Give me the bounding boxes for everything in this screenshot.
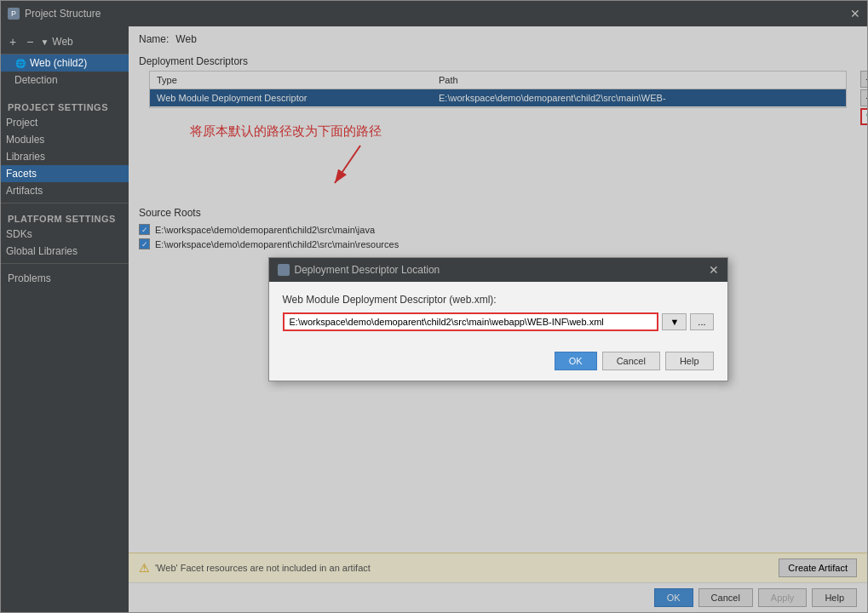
dialog-input-row: ▼ ... — [283, 312, 714, 331]
divider2 — [1, 263, 129, 264]
libraries-label: Libraries — [6, 151, 45, 163]
descriptor-dropdown-button[interactable]: ▼ — [662, 313, 687, 330]
detection-node[interactable]: Detection — [1, 72, 129, 89]
dialog-title-bar: Deployment Descriptor Location ✕ — [269, 258, 727, 282]
artifacts-label: Artifacts — [6, 185, 43, 197]
sdks-label: SDKs — [6, 228, 32, 240]
deployment-descriptor-dialog: Deployment Descriptor Location ✕ Web Mod… — [268, 257, 728, 381]
web-child-icon: 🌐 — [14, 57, 26, 69]
window-title: Project Structure — [25, 8, 101, 20]
web-child2-node[interactable]: 🌐 Web (child2) — [1, 54, 129, 72]
content-area: Name: Web Deployment Descriptors Type Pa… — [129, 26, 867, 612]
global-libraries-label: Global Libraries — [6, 245, 78, 257]
spacer — [1, 89, 129, 95]
dialog-close-button[interactable]: ✕ — [709, 263, 719, 277]
sidebar-item-project[interactable]: Project — [1, 114, 129, 131]
window-icon: P — [8, 8, 20, 20]
sidebar-item-sdks[interactable]: SDKs — [1, 226, 129, 243]
project-settings-label: Project Settings — [1, 95, 129, 114]
dialog-footer: OK Cancel Help — [269, 343, 727, 381]
detection-label: Detection — [14, 74, 58, 86]
facets-label: Facets — [6, 168, 37, 180]
dialog-title: Deployment Descriptor Location — [295, 264, 440, 276]
add-button[interactable]: + — [6, 33, 20, 50]
sidebar-item-artifacts[interactable]: Artifacts — [1, 182, 129, 199]
web-tree-label[interactable]: Web — [52, 36, 72, 48]
sidebar-item-facets[interactable]: Facets — [1, 165, 129, 182]
dialog-overlay: Deployment Descriptor Location ✕ Web Mod… — [129, 26, 867, 612]
main-area: + − ▼ Web 🌐 Web (child2) Detection Proje… — [1, 26, 867, 612]
sidebar-item-global-libraries[interactable]: Global Libraries — [1, 243, 129, 260]
title-bar-left: P Project Structure — [8, 8, 101, 20]
project-label: Project — [6, 117, 37, 129]
dialog-cancel-button[interactable]: Cancel — [602, 352, 660, 370]
platform-settings-label: Platform Settings — [1, 207, 129, 226]
sidebar-item-problems[interactable]: Problems — [1, 267, 129, 289]
remove-button[interactable]: − — [23, 33, 37, 50]
divider — [1, 203, 129, 203]
tree-arrow: ▼ — [40, 37, 49, 47]
dialog-label: Web Module Deployment Descriptor (web.xm… — [283, 294, 714, 306]
title-bar: P Project Structure ✕ — [1, 1, 867, 26]
dialog-help-button[interactable]: Help — [665, 352, 714, 370]
sidebar: + − ▼ Web 🌐 Web (child2) Detection Proje… — [1, 26, 129, 612]
project-structure-window: P Project Structure ✕ + − ▼ Web 🌐 Web (c… — [0, 0, 868, 613]
sidebar-toolbar: + − ▼ Web — [1, 30, 129, 54]
descriptor-browse-button[interactable]: ... — [690, 313, 713, 330]
modules-label: Modules — [6, 134, 44, 146]
dialog-title-left: Deployment Descriptor Location — [278, 264, 440, 276]
dialog-icon — [278, 264, 290, 276]
sidebar-item-modules[interactable]: Modules — [1, 131, 129, 148]
descriptor-path-input[interactable] — [283, 312, 659, 331]
web-child2-label: Web (child2) — [30, 57, 87, 69]
close-button[interactable]: ✕ — [850, 7, 860, 20]
dialog-ok-button[interactable]: OK — [555, 352, 597, 370]
sidebar-item-libraries[interactable]: Libraries — [1, 148, 129, 165]
dialog-body: Web Module Deployment Descriptor (web.xm… — [269, 282, 727, 343]
